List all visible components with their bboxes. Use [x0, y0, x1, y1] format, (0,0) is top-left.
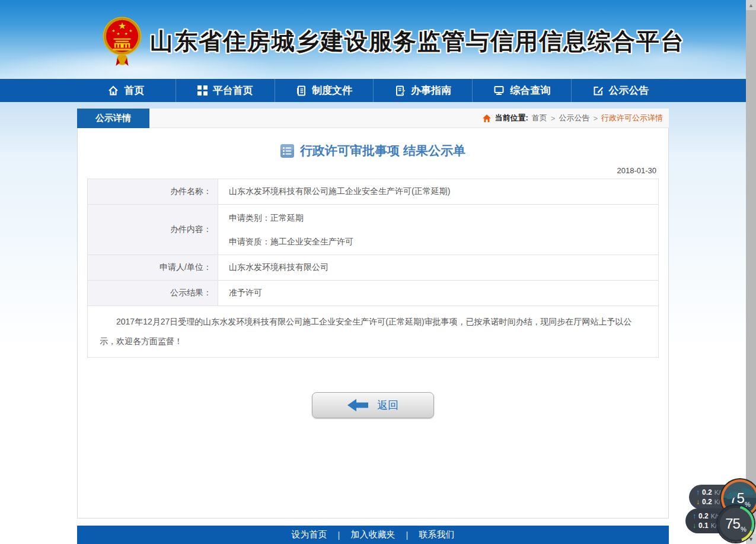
nav-item-home[interactable]: 首页 — [77, 79, 176, 102]
emblem-big-star: ★ — [118, 21, 126, 31]
site-footer: 设为首页 | 加入收藏夹 | 联系我们 — [77, 526, 669, 544]
download-arrow-icon: ↓ — [693, 521, 696, 530]
scrollbar-up-button[interactable]: ▲ — [746, 0, 756, 10]
row-value: 准予许可 — [218, 281, 659, 306]
table-row: 办件内容： 申请类别：正常延期 申请资质：施工企业安全生产许可 — [88, 205, 659, 255]
footer-separator: | — [406, 530, 409, 540]
download-arrow-icon: ↓ — [696, 498, 700, 506]
row-value: 山东水发环境科技有限公司施工企业安全生产许可(正常延期) — [218, 179, 659, 205]
row-label: 公示结果： — [88, 281, 218, 306]
svg-text:★: ★ — [125, 31, 128, 36]
download-value: 0.2 — [702, 498, 712, 506]
nav-item-policy-documents[interactable]: 制度文件 — [275, 79, 374, 102]
row-value-line: 申请资质：施工企业安全生产许可 — [229, 236, 651, 247]
breadcrumb-link-home[interactable]: 首页 — [532, 113, 547, 123]
row-label: 办件名称： — [88, 179, 218, 205]
nav-item-platform-home[interactable]: 平台首页 — [176, 79, 275, 102]
svg-text:★: ★ — [112, 28, 116, 33]
percent-circle-2[interactable]: 75 % — [717, 505, 754, 542]
footer-link-set-homepage[interactable]: 设为首页 — [292, 529, 327, 540]
percent-unit: % — [741, 526, 747, 540]
tab-detail[interactable]: 公示详情 — [77, 109, 149, 128]
nav-label: 首页 — [124, 84, 144, 97]
row-label: 办件内容： — [88, 205, 218, 255]
detail-panel: 行政许可审批事项 结果公示单 2018-01-30 办件名称： 山东水发环境科技… — [77, 128, 669, 518]
document-title: 行政许可审批事项 结果公示单 — [78, 128, 668, 159]
scrollbar: ▲ ▼ — [746, 0, 756, 544]
breadcrumb-home-icon — [483, 114, 491, 122]
nav-item-comprehensive-query[interactable]: 综合查询 — [472, 79, 571, 102]
breadcrumb-separator: > — [551, 114, 556, 123]
row-value: 申请类别：正常延期 申请资质：施工企业安全生产许可 — [218, 205, 659, 255]
table-row: 申请人/单位： 山东水发环境科技有限公司 — [88, 255, 659, 281]
document-title-text: 行政许可审批事项 结果公示单 — [300, 142, 465, 159]
national-emblem-icon: ★ ★ ★ ★ ★ — [103, 15, 142, 68]
table-row: 公示结果： 准予许可 — [88, 281, 659, 306]
download-value: 0.1 — [698, 521, 709, 530]
sky-header: ★ ★ ★ ★ ★ 山东省住房城乡建设服务监管与信用信息综合平台 — [0, 0, 756, 79]
nav-inner: 首页 平台首页 制度文件 — [77, 79, 670, 102]
nav-label: 平台首页 — [213, 84, 253, 97]
network-monitor-widget: ↑ 0.2 K/s ↓ 0.2 K/s 75 % ↑ 0.2 K/s — [681, 478, 756, 544]
back-arrow-icon — [347, 398, 369, 412]
summary-text: 2017年12月27日受理的山东水发环境科技有限公司施工企业安全生产许可(正常延… — [100, 312, 646, 351]
svg-text:★: ★ — [129, 28, 133, 33]
list-icon — [280, 144, 294, 158]
breadcrumb-bar: 公示详情 当前位置: 首页 > 公示公告 > 行政许可公示详情 — [77, 109, 669, 128]
footer-link-contact-us[interactable]: 联系我们 — [419, 529, 454, 540]
upload-value: 0.2 — [698, 512, 709, 520]
home-icon — [108, 85, 119, 96]
breadcrumb-separator: > — [593, 114, 598, 123]
monitor-icon — [493, 85, 505, 96]
edit-icon — [593, 85, 604, 96]
brand: ★ ★ ★ ★ ★ 山东省住房城乡建设服务监管与信用信息综合平台 — [103, 15, 685, 68]
breadcrumb: 当前位置: 首页 > 公示公告 > 行政许可公示详情 — [483, 113, 669, 123]
nav-label: 公示公告 — [609, 84, 649, 97]
nav-label: 办事指南 — [411, 84, 451, 97]
footer-link-add-favorites[interactable]: 加入收藏夹 — [351, 529, 395, 540]
table-row: 办件名称： 山东水发环境科技有限公司施工企业安全生产许可(正常延期) — [88, 179, 659, 205]
breadcrumb-location-label: 当前位置: — [495, 113, 528, 123]
svg-text:★: ★ — [116, 31, 120, 36]
grid-icon — [197, 85, 208, 96]
upload-arrow-icon: ↑ — [693, 512, 696, 520]
detail-table: 办件名称： 山东水发环境科技有限公司施工企业安全生产许可(正常延期) 办件内容：… — [87, 179, 659, 358]
row-value: 山东水发环境科技有限公司 — [218, 255, 659, 281]
main-content: 公示详情 当前位置: 首页 > 公示公告 > 行政许可公示详情 — [77, 109, 669, 518]
main-navbar: 首页 平台首页 制度文件 — [0, 79, 756, 102]
footer-separator: | — [338, 530, 340, 540]
nav-label: 制度文件 — [312, 84, 352, 97]
row-label: 申请人/单位： — [88, 255, 218, 281]
nav-item-service-guide[interactable]: 办事指南 — [373, 79, 472, 102]
table-row-summary: 2017年12月27日受理的山东水发环境科技有限公司施工企业安全生产许可(正常延… — [88, 306, 659, 358]
breadcrumb-link-section[interactable]: 公示公告 — [559, 113, 589, 123]
guide-icon — [395, 85, 406, 96]
upload-arrow-icon: ↑ — [696, 488, 700, 497]
document-icon — [296, 85, 307, 96]
document-date: 2018-01-30 — [78, 159, 668, 179]
nav-item-public-announcements[interactable]: 公示公告 — [571, 79, 670, 102]
upload-value: 0.2 — [702, 488, 712, 497]
back-button[interactable]: 返回 — [312, 392, 434, 418]
percent-value: 75 — [725, 516, 740, 532]
nav-label: 综合查询 — [510, 84, 550, 97]
breadcrumb-current: 行政许可公示详情 — [601, 113, 663, 123]
scrollbar-thumb[interactable] — [746, 10, 756, 524]
site-title: 山东省住房城乡建设服务监管与信用信息综合平台 — [150, 26, 685, 58]
row-value-line: 申请类别：正常延期 — [229, 212, 651, 224]
summary-cell: 2017年12月27日受理的山东水发环境科技有限公司施工企业安全生产许可(正常延… — [88, 306, 659, 358]
back-button-label: 返回 — [377, 398, 398, 412]
